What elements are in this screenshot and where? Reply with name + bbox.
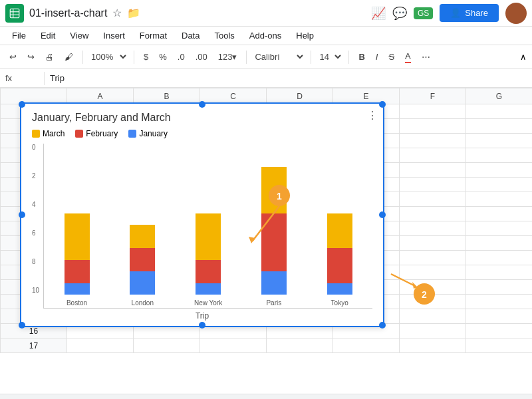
cell-G16[interactable] <box>466 324 533 338</box>
menu-edit[interactable]: Edit <box>34 29 62 42</box>
zoom-select[interactable]: 100% <box>88 51 128 63</box>
cell-F7[interactable] <box>400 192 466 207</box>
menu-help[interactable]: Help <box>289 29 321 42</box>
cell-F10[interactable] <box>400 236 466 251</box>
cell-G15[interactable] <box>466 309 533 324</box>
y-label-0: 0 <box>32 144 39 151</box>
cell-F2[interactable] <box>400 119 466 134</box>
resize-handle-tl[interactable] <box>19 101 25 108</box>
cell-D17[interactable] <box>267 338 333 353</box>
cell-F3[interactable] <box>400 134 466 148</box>
col-header-f[interactable]: F <box>400 88 466 104</box>
font-select[interactable]: Calibri <box>252 51 305 63</box>
more-button[interactable]: ⋯ <box>418 51 434 63</box>
cell-G9[interactable] <box>466 221 533 236</box>
svg-rect-0 <box>10 9 19 18</box>
bar-segment-boston-january <box>65 283 90 295</box>
cell-G4[interactable] <box>466 148 533 163</box>
cell-G2[interactable] <box>466 119 533 134</box>
cell-F15[interactable] <box>400 309 466 324</box>
format-number-button[interactable]: 123▾ <box>214 51 241 63</box>
cell-g1[interactable] <box>466 104 533 119</box>
cell-F17[interactable] <box>400 338 466 353</box>
menu-tools[interactable]: Tools <box>207 29 241 42</box>
cell-F8[interactable] <box>400 207 466 221</box>
share-button[interactable]: 👤 Share <box>440 4 499 22</box>
cell-G7[interactable] <box>466 192 533 207</box>
resize-handle-left[interactable] <box>19 211 25 218</box>
menu-view[interactable]: View <box>63 29 95 42</box>
col-header-a[interactable]: A <box>67 88 134 104</box>
bar-segment-london-february <box>130 248 155 271</box>
avatar[interactable] <box>505 3 527 24</box>
resize-handle-br[interactable] <box>379 322 386 329</box>
legend-item-january: January <box>128 129 168 138</box>
bold-button[interactable]: B <box>354 51 368 63</box>
cell-G12[interactable] <box>466 265 533 280</box>
cell-G17[interactable] <box>466 338 533 353</box>
cell-A17[interactable] <box>67 338 134 353</box>
cell-G11[interactable] <box>466 251 533 265</box>
col-header-g[interactable]: G <box>466 88 533 104</box>
resize-handle-bl[interactable] <box>19 322 25 329</box>
trending-up-icon[interactable]: 📈 <box>371 6 386 21</box>
cell-F6[interactable] <box>400 178 466 192</box>
underline-button[interactable]: A <box>401 50 415 65</box>
cell-F12[interactable] <box>400 265 466 280</box>
resize-handle-top[interactable] <box>199 101 205 108</box>
currency-button[interactable]: $ <box>140 51 152 63</box>
cell-G3[interactable] <box>466 134 533 148</box>
paint-format-button[interactable]: 🖌 <box>61 51 77 63</box>
cell-f1[interactable] <box>400 104 466 119</box>
cell-F4[interactable] <box>400 148 466 163</box>
decimal-increase-button[interactable]: .00 <box>192 51 211 63</box>
resize-handle-bottom[interactable] <box>199 322 205 329</box>
cell-G13[interactable] <box>466 280 533 295</box>
cell-G14[interactable] <box>466 295 533 309</box>
collapse-toolbar-button[interactable]: ∧ <box>520 52 527 62</box>
horizontal-scrollbar[interactable] <box>0 394 532 399</box>
cell-G6[interactable] <box>466 178 533 192</box>
redo-button[interactable]: ↪ <box>23 51 39 63</box>
comment-icon[interactable]: 💬 <box>392 6 407 21</box>
cell-F9[interactable] <box>400 221 466 236</box>
col-header-d[interactable]: D <box>267 88 333 104</box>
cell-G5[interactable] <box>466 163 533 178</box>
font-size-select[interactable]: 14 <box>317 51 343 63</box>
menu-format[interactable]: Format <box>133 29 174 42</box>
print-button[interactable]: 🖨 <box>41 51 58 63</box>
decimal-decrease-button[interactable]: .0 <box>174 51 189 63</box>
italic-button[interactable]: I <box>372 51 382 63</box>
resize-handle-right[interactable] <box>379 211 386 218</box>
resize-handle-tr[interactable] <box>379 101 386 108</box>
cell-F16[interactable] <box>400 324 466 338</box>
col-header-c[interactable]: C <box>200 88 267 104</box>
bar-segment-london-march <box>130 225 155 248</box>
cell-G10[interactable] <box>466 236 533 251</box>
formula-input[interactable]: Trip <box>50 73 527 83</box>
menu-addons[interactable]: Add-ons <box>243 29 288 42</box>
col-header-e[interactable]: E <box>333 88 400 104</box>
menu-bar: File Edit View Insert Format Data Tools … <box>0 27 532 45</box>
col-header-b[interactable]: B <box>134 88 200 104</box>
legend-item-march: March <box>32 129 65 138</box>
cell-G8[interactable] <box>466 207 533 221</box>
cell-F14[interactable] <box>400 295 466 309</box>
cell-F13[interactable] <box>400 280 466 295</box>
menu-file[interactable]: File <box>5 29 33 42</box>
chart-menu-button[interactable]: ⋮ <box>367 109 378 122</box>
cell-B17[interactable] <box>134 338 200 353</box>
colab-icon[interactable]: GS <box>414 7 433 19</box>
folder-icon[interactable]: 📁 <box>127 7 140 19</box>
undo-button[interactable]: ↩ <box>5 51 21 63</box>
menu-data[interactable]: Data <box>175 29 206 42</box>
menu-insert[interactable]: Insert <box>96 29 132 42</box>
cell-E17[interactable] <box>333 338 400 353</box>
percent-button[interactable]: % <box>155 51 171 63</box>
cell-F5[interactable] <box>400 163 466 178</box>
grid-scroll[interactable]: A B C D E F G 1 Trips this Year <box>0 88 532 394</box>
star-icon[interactable]: ☆ <box>112 7 122 19</box>
cell-C17[interactable] <box>200 338 267 353</box>
cell-F11[interactable] <box>400 251 466 265</box>
strikethrough-button[interactable]: S <box>384 51 398 63</box>
